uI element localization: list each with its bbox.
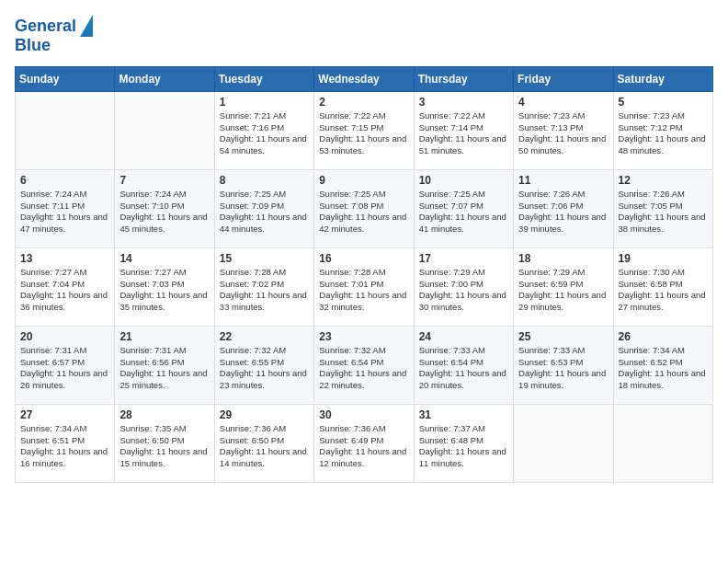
calendar-day-cell: 12Sunrise: 7:26 AM Sunset: 7:05 PM Dayli… — [613, 169, 712, 247]
logo: General Blue — [15, 15, 93, 55]
calendar-week-row: 13Sunrise: 7:27 AM Sunset: 7:04 PM Dayli… — [16, 247, 713, 326]
logo-subtext: Blue — [15, 37, 51, 55]
day-info: Sunrise: 7:29 AM Sunset: 6:59 PM Dayligh… — [518, 267, 608, 314]
calendar-day-cell: 26Sunrise: 7:34 AM Sunset: 6:52 PM Dayli… — [613, 326, 712, 404]
day-number: 1 — [220, 96, 309, 109]
day-number: 5 — [619, 96, 708, 109]
calendar-day-cell: 16Sunrise: 7:28 AM Sunset: 7:01 PM Dayli… — [314, 247, 414, 326]
logo-text: General — [15, 17, 76, 36]
day-info: Sunrise: 7:28 AM Sunset: 7:02 PM Dayligh… — [220, 267, 309, 314]
calendar-day-cell: 10Sunrise: 7:25 AM Sunset: 7:07 PM Dayli… — [414, 169, 513, 247]
day-number: 3 — [419, 96, 508, 109]
day-number: 2 — [319, 96, 408, 109]
day-info: Sunrise: 7:37 AM Sunset: 6:48 PM Dayligh… — [419, 423, 508, 470]
day-info: Sunrise: 7:27 AM Sunset: 7:03 PM Dayligh… — [119, 267, 209, 314]
calendar-day-cell: 15Sunrise: 7:28 AM Sunset: 7:02 PM Dayli… — [214, 247, 313, 326]
day-number: 24 — [419, 330, 508, 343]
calendar-day-cell: 1Sunrise: 7:21 AM Sunset: 7:16 PM Daylig… — [214, 91, 313, 169]
day-number: 26 — [619, 330, 708, 343]
day-info: Sunrise: 7:34 AM Sunset: 6:51 PM Dayligh… — [20, 423, 109, 470]
calendar-day-cell: 22Sunrise: 7:32 AM Sunset: 6:55 PM Dayli… — [214, 326, 313, 404]
day-of-week-header: Monday — [115, 66, 214, 91]
calendar-day-cell: 23Sunrise: 7:32 AM Sunset: 6:54 PM Dayli… — [314, 326, 414, 404]
day-info: Sunrise: 7:25 AM Sunset: 7:08 PM Dayligh… — [319, 189, 408, 236]
day-info: Sunrise: 7:21 AM Sunset: 7:16 PM Dayligh… — [220, 110, 309, 157]
calendar-day-cell: 14Sunrise: 7:27 AM Sunset: 7:03 PM Dayli… — [115, 247, 214, 326]
calendar-day-cell: 31Sunrise: 7:37 AM Sunset: 6:48 PM Dayli… — [414, 404, 513, 482]
day-number: 13 — [20, 252, 109, 265]
day-info: Sunrise: 7:28 AM Sunset: 7:01 PM Dayligh… — [319, 267, 408, 314]
day-number: 8 — [220, 174, 309, 187]
day-info: Sunrise: 7:32 AM Sunset: 6:55 PM Dayligh… — [220, 345, 309, 392]
day-of-week-header: Saturday — [613, 66, 712, 91]
day-of-week-header: Sunday — [16, 66, 115, 91]
calendar-day-cell: 11Sunrise: 7:26 AM Sunset: 7:06 PM Dayli… — [514, 169, 613, 247]
day-number: 11 — [518, 174, 608, 187]
day-info: Sunrise: 7:33 AM Sunset: 6:54 PM Dayligh… — [419, 345, 508, 392]
day-info: Sunrise: 7:26 AM Sunset: 7:06 PM Dayligh… — [518, 189, 608, 236]
calendar-day-cell: 27Sunrise: 7:34 AM Sunset: 6:51 PM Dayli… — [16, 404, 115, 482]
calendar-day-cell: 5Sunrise: 7:23 AM Sunset: 7:12 PM Daylig… — [613, 91, 712, 169]
day-number: 20 — [20, 330, 109, 343]
logo-triangle-icon — [80, 15, 93, 37]
day-info: Sunrise: 7:25 AM Sunset: 7:07 PM Dayligh… — [419, 189, 508, 236]
calendar-day-cell — [613, 404, 712, 482]
day-number: 19 — [619, 252, 708, 265]
calendar-table: SundayMondayTuesdayWednesdayThursdayFrid… — [15, 66, 713, 483]
day-info: Sunrise: 7:36 AM Sunset: 6:49 PM Dayligh… — [319, 423, 408, 470]
calendar-day-cell: 2Sunrise: 7:22 AM Sunset: 7:15 PM Daylig… — [314, 91, 414, 169]
day-number: 31 — [419, 408, 508, 421]
day-info: Sunrise: 7:30 AM Sunset: 6:58 PM Dayligh… — [619, 267, 708, 314]
calendar-day-cell: 13Sunrise: 7:27 AM Sunset: 7:04 PM Dayli… — [16, 247, 115, 326]
day-info: Sunrise: 7:27 AM Sunset: 7:04 PM Dayligh… — [20, 267, 109, 314]
day-number: 10 — [419, 174, 508, 187]
calendar-day-cell: 21Sunrise: 7:31 AM Sunset: 6:56 PM Dayli… — [115, 326, 214, 404]
calendar-week-row: 27Sunrise: 7:34 AM Sunset: 6:51 PM Dayli… — [16, 404, 713, 482]
calendar-day-cell — [16, 91, 115, 169]
day-info: Sunrise: 7:32 AM Sunset: 6:54 PM Dayligh… — [319, 345, 408, 392]
calendar-week-row: 6Sunrise: 7:24 AM Sunset: 7:11 PM Daylig… — [16, 169, 713, 247]
calendar-day-cell: 8Sunrise: 7:25 AM Sunset: 7:09 PM Daylig… — [214, 169, 313, 247]
calendar-day-cell: 9Sunrise: 7:25 AM Sunset: 7:08 PM Daylig… — [314, 169, 414, 247]
day-number: 4 — [518, 96, 608, 109]
day-number: 17 — [419, 252, 508, 265]
calendar-day-cell: 7Sunrise: 7:24 AM Sunset: 7:10 PM Daylig… — [115, 169, 214, 247]
calendar-header-row: SundayMondayTuesdayWednesdayThursdayFrid… — [16, 66, 713, 91]
day-of-week-header: Friday — [514, 66, 613, 91]
day-info: Sunrise: 7:24 AM Sunset: 7:11 PM Dayligh… — [20, 189, 109, 236]
day-info: Sunrise: 7:29 AM Sunset: 7:00 PM Dayligh… — [419, 267, 508, 314]
day-number: 30 — [319, 408, 408, 421]
day-number: 23 — [319, 330, 408, 343]
day-info: Sunrise: 7:31 AM Sunset: 6:56 PM Dayligh… — [119, 345, 209, 392]
calendar-day-cell: 6Sunrise: 7:24 AM Sunset: 7:11 PM Daylig… — [16, 169, 115, 247]
page-header: General Blue — [15, 15, 713, 55]
calendar-day-cell: 3Sunrise: 7:22 AM Sunset: 7:14 PM Daylig… — [414, 91, 513, 169]
day-number: 16 — [319, 252, 408, 265]
day-info: Sunrise: 7:34 AM Sunset: 6:52 PM Dayligh… — [619, 345, 708, 392]
day-info: Sunrise: 7:31 AM Sunset: 6:57 PM Dayligh… — [20, 345, 109, 392]
day-number: 22 — [220, 330, 309, 343]
day-number: 7 — [119, 174, 209, 187]
day-number: 14 — [119, 252, 209, 265]
day-info: Sunrise: 7:23 AM Sunset: 7:13 PM Dayligh… — [518, 110, 608, 157]
calendar-day-cell: 30Sunrise: 7:36 AM Sunset: 6:49 PM Dayli… — [314, 404, 414, 482]
day-info: Sunrise: 7:35 AM Sunset: 6:50 PM Dayligh… — [119, 423, 209, 470]
day-info: Sunrise: 7:22 AM Sunset: 7:15 PM Dayligh… — [319, 110, 408, 157]
day-of-week-header: Tuesday — [214, 66, 313, 91]
day-info: Sunrise: 7:33 AM Sunset: 6:53 PM Dayligh… — [518, 345, 608, 392]
calendar-day-cell: 20Sunrise: 7:31 AM Sunset: 6:57 PM Dayli… — [16, 326, 115, 404]
calendar-day-cell: 4Sunrise: 7:23 AM Sunset: 7:13 PM Daylig… — [514, 91, 613, 169]
day-number: 27 — [20, 408, 109, 421]
calendar-week-row: 20Sunrise: 7:31 AM Sunset: 6:57 PM Dayli… — [16, 326, 713, 404]
day-info: Sunrise: 7:25 AM Sunset: 7:09 PM Dayligh… — [220, 189, 309, 236]
day-number: 21 — [119, 330, 209, 343]
day-number: 25 — [518, 330, 608, 343]
day-number: 6 — [20, 174, 109, 187]
day-info: Sunrise: 7:26 AM Sunset: 7:05 PM Dayligh… — [619, 189, 708, 236]
day-info: Sunrise: 7:36 AM Sunset: 6:50 PM Dayligh… — [220, 423, 309, 470]
day-number: 9 — [319, 174, 408, 187]
day-info: Sunrise: 7:23 AM Sunset: 7:12 PM Dayligh… — [619, 110, 708, 157]
calendar-day-cell: 25Sunrise: 7:33 AM Sunset: 6:53 PM Dayli… — [514, 326, 613, 404]
day-number: 12 — [619, 174, 708, 187]
day-number: 15 — [220, 252, 309, 265]
